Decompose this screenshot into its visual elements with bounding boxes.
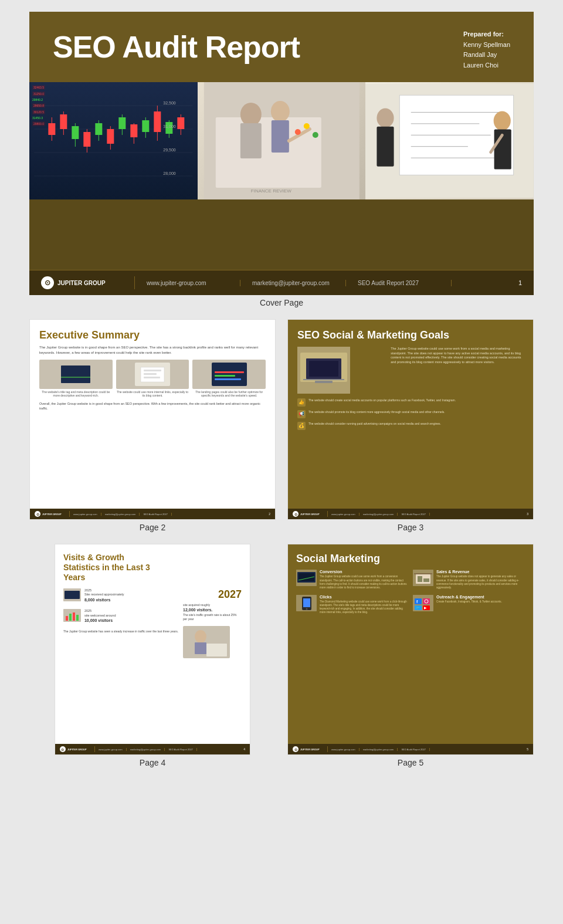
chart-bg: 32463.5 31250.0 29840.2 28650.8 30120.5 … <box>29 82 198 199</box>
social-img-1 <box>296 570 317 586</box>
svg-point-42 <box>313 132 318 138</box>
whiteboard-sim <box>365 82 534 199</box>
exec-img3-col: The landing pages could also be further … <box>192 360 266 397</box>
social-cell-clicks: Clicks The Diamond Marketing website cou… <box>296 595 408 615</box>
svg-rect-62 <box>144 373 157 375</box>
svg-rect-78 <box>69 614 72 621</box>
visits-content: Visits & Growth Statistics in the Last 3… <box>55 544 250 678</box>
svg-point-53 <box>494 111 511 131</box>
visit-img-3 <box>183 626 230 658</box>
visit-entry-2: 2025 site welcomed around 10,000 visitor… <box>63 609 178 624</box>
page5: Social Marketing <box>287 544 534 755</box>
svg-rect-83 <box>195 642 206 654</box>
svg-rect-66 <box>215 375 235 377</box>
svg-rect-63 <box>144 377 160 378</box>
svg-rect-65 <box>215 371 244 373</box>
seo-icon-coins: 💰 <box>297 422 306 430</box>
page3-footer-logo: ⊙ JUPITER GROUP <box>293 511 328 517</box>
social-marketing-content: Social Marketing <box>288 544 533 744</box>
svg-rect-92 <box>423 578 429 582</box>
cover-header: SEO Audit Report Prepared for: Kenny Spe… <box>29 12 534 82</box>
exec-title: Executive Summary <box>39 329 266 341</box>
seo-icon-speaker: 📢 <box>297 410 306 418</box>
svg-rect-77 <box>66 616 68 621</box>
svg-rect-10 <box>72 126 79 139</box>
cover-middle <box>29 199 534 270</box>
visit-entry-1: 2025 Site received approximately 8,000 v… <box>63 588 178 603</box>
exec-img2-col: The website could use more internal link… <box>116 360 189 397</box>
visits-right-col: 2027 site acquired roughly 12,000 visito… <box>183 588 242 661</box>
seo-social-content: SEO Social & Marketing Goals <box>288 320 533 519</box>
page3-label: Page 3 <box>398 523 423 532</box>
svg-text:FINANCE REVIEW: FINANCE REVIEW <box>251 188 291 194</box>
seo-item-text-1: The website should create social media a… <box>308 398 456 402</box>
svg-point-35 <box>240 103 262 126</box>
whiteboard-image <box>365 82 534 199</box>
visits-left-col: 2025 Site received approximately 8,000 v… <box>63 588 178 661</box>
svg-rect-61 <box>144 370 161 371</box>
svg-rect-57 <box>61 365 90 383</box>
seo-social-title: SEO Social & Marketing Goals <box>297 329 524 342</box>
social-cell-conversion: Conversion The Jupiter Group website cou… <box>296 570 408 590</box>
svg-rect-96 <box>303 598 310 607</box>
social-img-4: f 🐦 ▶ <box>413 595 433 611</box>
chart-numbers: 32463.5 31250.0 29840.2 28650.8 30120.5 … <box>32 85 45 126</box>
year-label-1: 2025 <box>84 588 91 592</box>
page2-label: Page 2 <box>140 523 165 532</box>
page5-wrapper: Social Marketing <box>287 544 534 767</box>
cover-page: SEO Audit Report Prepared for: Kenny Spe… <box>29 12 534 295</box>
cover-images: 32463.5 31250.0 29840.2 28650.8 30120.5 … <box>29 82 534 199</box>
svg-rect-91 <box>418 576 422 582</box>
year-label-2: 2025 <box>84 609 91 612</box>
pages-row-4-5: Visits & Growth Statistics in the Last 3… <box>29 544 534 767</box>
svg-text:31,000: 31,000 <box>163 124 176 128</box>
visit-text-2: 2025 site welcomed around 10,000 visitor… <box>84 609 116 624</box>
visits-title: Visits & Growth Statistics in the Last 3… <box>63 553 151 582</box>
conversion-title: Conversion <box>320 570 408 574</box>
exec-img2 <box>116 360 189 389</box>
clicks-text: The Diamond Marketing website could use … <box>320 600 408 615</box>
clicks-title: Clicks <box>320 595 408 599</box>
exec-img3 <box>192 360 266 389</box>
svg-rect-12 <box>83 132 90 147</box>
footer-email: marketing@jupiter-group.com <box>240 280 346 286</box>
visits-body: 2025 Site received approximately 8,000 v… <box>63 588 242 661</box>
page2-footer: ⊙ JUPITER GROUP www.jupiter-group.com ma… <box>30 509 275 519</box>
cover-label: Cover Page <box>260 298 303 307</box>
prepared-for-label: Prepared for: <box>463 29 510 40</box>
seo-icon-thumbs-up: 👍 <box>297 398 306 407</box>
exec-caption3: The landing pages could also be further … <box>192 390 266 397</box>
exec-overall: Overall, the Jupiter Group website is in… <box>39 402 266 411</box>
cover-page-num: 1 <box>518 279 522 286</box>
seo-item-3: 💰 The website should consider running pa… <box>297 422 524 430</box>
svg-rect-14 <box>95 123 102 135</box>
page5-label: Page 5 <box>398 758 423 767</box>
svg-point-82 <box>195 630 206 643</box>
visit-img-2 <box>63 609 81 622</box>
svg-text:29,500: 29,500 <box>163 148 176 152</box>
social-grid: Conversion The Jupiter Group website cou… <box>296 570 525 614</box>
footer-report-name: SEO Audit Report 2027 <box>346 280 452 286</box>
seo-social-items: 👍 The website should create social media… <box>297 398 524 430</box>
social-img-2 <box>413 570 433 586</box>
page3-wrapper: SEO Social & Marketing Goals <box>287 319 534 532</box>
exec-img1-col: The website's title tag and meta descrip… <box>39 360 113 397</box>
svg-rect-28 <box>177 117 184 129</box>
exec-caption1: The website's title tag and meta descrip… <box>39 390 113 397</box>
footer-company: JUPITER GROUP <box>57 280 106 286</box>
exec-caption2: The website could use more internal link… <box>116 390 189 397</box>
svg-rect-6 <box>48 123 55 135</box>
svg-rect-75 <box>65 591 80 599</box>
page4-footer: ⊙ JUPITER GROUP www.jupiter-group.com ma… <box>55 744 250 754</box>
visit-text-1: 2025 Site received approximately 8,000 v… <box>84 588 124 603</box>
svg-rect-79 <box>73 612 75 621</box>
name-1: Kenny Spellman <box>463 40 510 50</box>
exec-intro: The Jupiter Group website is in good sha… <box>39 345 266 355</box>
seo-item-2: 📢 The website should promote its blog co… <box>297 410 524 418</box>
conversion-text: The Jupiter Group website could use some… <box>320 575 408 590</box>
page4-label: Page 4 <box>140 758 165 767</box>
svg-rect-8 <box>60 114 67 129</box>
outreach-title: Outreach & Engagement <box>436 595 525 599</box>
page4-footer-logo: ⊙ JUPITER GROUP <box>60 746 95 752</box>
page3: SEO Social & Marketing Goals <box>287 319 534 520</box>
